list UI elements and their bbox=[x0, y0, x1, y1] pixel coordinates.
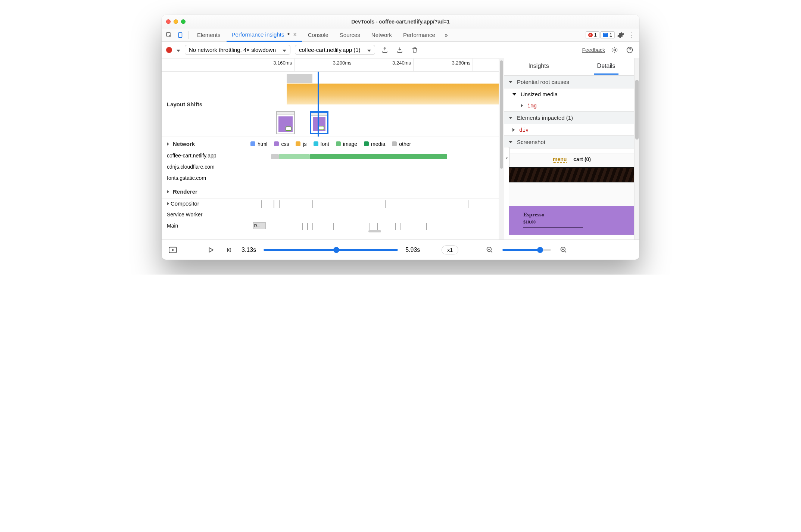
zoom-in-icon[interactable] bbox=[558, 245, 569, 255]
tab-console[interactable]: Console bbox=[303, 28, 334, 41]
tab-label: Performance bbox=[403, 32, 435, 38]
import-icon[interactable] bbox=[395, 45, 405, 55]
compositor-label[interactable]: Compositor bbox=[162, 199, 245, 210]
slider-knob[interactable] bbox=[537, 247, 543, 253]
legend-css: css bbox=[274, 141, 289, 147]
toggle-screenshot-icon[interactable] bbox=[168, 245, 178, 255]
window-title: DevTools - coffee-cart.netlify.app/?ad=1 bbox=[162, 19, 639, 25]
section-title: Screenshot bbox=[517, 139, 545, 145]
service-worker-track[interactable] bbox=[245, 210, 504, 221]
net-host: coffee-cart.netlify.app bbox=[162, 151, 245, 162]
net-track[interactable] bbox=[245, 151, 504, 162]
net-track[interactable] bbox=[245, 162, 504, 173]
export-icon[interactable] bbox=[380, 45, 390, 55]
skip-start-icon[interactable] bbox=[224, 245, 234, 255]
tree-label: Unsized media bbox=[521, 91, 558, 97]
section-root-causes[interactable]: Potential root causes bbox=[504, 75, 639, 88]
screenshot-preview: menu cart (0) Espresso $10.00 bbox=[509, 153, 635, 235]
long-task-a[interactable] bbox=[287, 84, 318, 104]
tab-network[interactable]: Network bbox=[366, 28, 397, 41]
pin-icon bbox=[286, 32, 291, 37]
tab-elements[interactable]: Elements bbox=[192, 28, 226, 41]
section-elements-impacted[interactable]: Elements impacted (1) bbox=[504, 111, 639, 124]
network-label[interactable]: Network bbox=[162, 137, 245, 151]
tab-label: Elements bbox=[197, 32, 221, 38]
timeline-vscrollbar[interactable] bbox=[499, 58, 504, 240]
panel-settings-icon[interactable] bbox=[610, 45, 620, 55]
record-menu-caret[interactable] bbox=[177, 47, 180, 53]
tab-label: Performance insights bbox=[232, 31, 284, 38]
kebab-menu-icon[interactable]: ⋮ bbox=[627, 30, 637, 40]
tab-performance-insights[interactable]: Performance insights × bbox=[227, 29, 302, 42]
maximize-window-button[interactable] bbox=[181, 19, 186, 24]
zoom-out-icon[interactable] bbox=[484, 245, 495, 255]
hscroll-thumb[interactable] bbox=[368, 230, 381, 232]
service-worker-label: Service Worker bbox=[162, 210, 245, 221]
tab-insights[interactable]: Insights bbox=[525, 59, 552, 75]
main-block[interactable]: R... bbox=[253, 222, 266, 229]
main-track[interactable]: R... bbox=[245, 221, 504, 234]
element-tag: div bbox=[519, 127, 529, 133]
play-icon[interactable] bbox=[206, 245, 216, 255]
tab-performance[interactable]: Performance bbox=[398, 28, 440, 41]
layout-shifts-track[interactable] bbox=[245, 72, 504, 137]
errors-count: 1 bbox=[594, 32, 597, 38]
help-icon[interactable] bbox=[624, 45, 635, 55]
tree-div-element[interactable]: div bbox=[504, 124, 639, 135]
collapse-details-icon[interactable]: › bbox=[504, 147, 510, 167]
long-task-b[interactable] bbox=[318, 84, 504, 104]
task-block bbox=[287, 74, 312, 83]
renderer-section: Renderer bbox=[162, 185, 504, 199]
net-host: cdnjs.cloudflare.com bbox=[162, 162, 245, 173]
error-icon: ✕ bbox=[588, 33, 593, 37]
tree-unsized-media[interactable]: Unsized media bbox=[504, 88, 639, 100]
ruler-tick: 3,160ms bbox=[273, 60, 292, 66]
preview-hero bbox=[509, 167, 635, 182]
issues-badge[interactable]: ☰ 1 bbox=[600, 31, 615, 38]
details-vscrollbar[interactable] bbox=[634, 58, 639, 240]
slider-knob[interactable] bbox=[333, 247, 339, 253]
network-legend: html css js font image media other bbox=[245, 137, 504, 151]
legend-other: other bbox=[392, 141, 411, 147]
target-select[interactable]: coffee-cart.netlify.app (1) bbox=[295, 45, 375, 55]
tree-img-element[interactable]: img bbox=[504, 100, 639, 111]
preview-cart: cart (0) bbox=[573, 156, 591, 163]
time-slider[interactable] bbox=[264, 249, 398, 251]
feedback-link[interactable]: Feedback bbox=[582, 47, 605, 53]
legend-font: font bbox=[314, 141, 329, 147]
net-host-row: fonts.gstatic.com bbox=[162, 173, 504, 185]
tab-sources[interactable]: Sources bbox=[334, 28, 365, 41]
net-track[interactable] bbox=[245, 173, 504, 185]
record-button[interactable] bbox=[166, 47, 172, 53]
throttle-select[interactable]: No network throttling, 4× slowdown bbox=[185, 45, 290, 55]
divider bbox=[188, 31, 189, 39]
end-time: 5.93s bbox=[405, 247, 420, 253]
inspect-icon[interactable] bbox=[164, 30, 174, 40]
ruler-tick: 3,280ms bbox=[452, 60, 470, 66]
renderer-track[interactable] bbox=[245, 185, 504, 198]
tab-details[interactable]: Details bbox=[594, 59, 618, 75]
details-pane: › Insights Details Potential root causes… bbox=[504, 58, 639, 240]
net-host-row: coffee-cart.netlify.app bbox=[162, 151, 504, 162]
device-toolbar-icon[interactable] bbox=[175, 30, 186, 40]
close-tab-icon[interactable]: × bbox=[293, 31, 296, 38]
delete-icon[interactable] bbox=[409, 45, 420, 55]
renderer-label[interactable]: Renderer bbox=[162, 185, 245, 198]
layout-shift-thumb-2[interactable] bbox=[310, 111, 328, 134]
legend-html: html bbox=[250, 141, 267, 147]
net-host: fonts.gstatic.com bbox=[162, 173, 245, 185]
preview-product-card: Espresso $10.00 bbox=[509, 206, 635, 235]
section-screenshot[interactable]: Screenshot bbox=[504, 135, 639, 148]
zoom-level[interactable]: x1 bbox=[442, 245, 458, 254]
errors-badge[interactable]: ✕ 1 bbox=[586, 31, 599, 38]
element-tag: img bbox=[527, 103, 537, 109]
more-tabs-icon[interactable]: » bbox=[441, 30, 452, 40]
layout-shift-thumb-1[interactable] bbox=[276, 111, 295, 134]
service-worker-row: Service Worker bbox=[162, 210, 504, 221]
compositor-track[interactable] bbox=[245, 199, 504, 210]
minimize-window-button[interactable] bbox=[174, 19, 178, 24]
zoom-slider[interactable] bbox=[502, 249, 551, 251]
settings-icon[interactable] bbox=[615, 30, 626, 40]
playhead[interactable] bbox=[318, 72, 319, 137]
close-window-button[interactable] bbox=[166, 19, 171, 24]
